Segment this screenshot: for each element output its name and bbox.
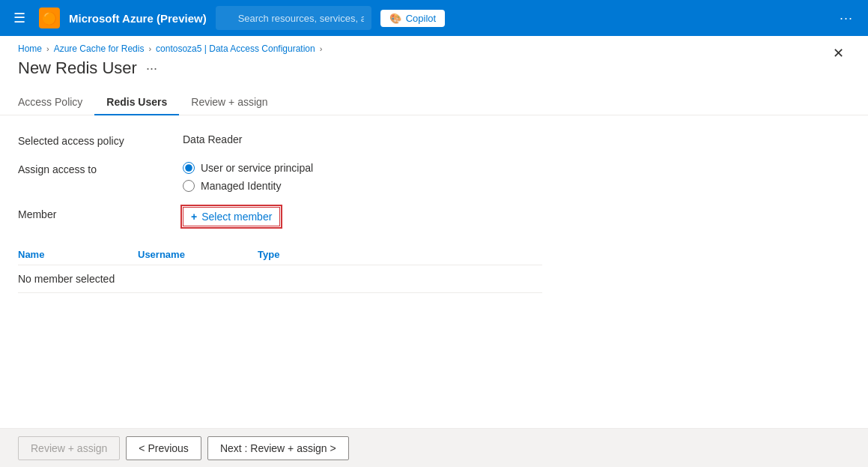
radio-user-service-label: User or service principal (201, 162, 313, 174)
radio-user-service-input[interactable] (183, 162, 195, 174)
assign-access-row: Assign access to User or service princip… (18, 162, 850, 192)
member-table-header: Name Username Type (18, 244, 542, 265)
search-wrapper: 🔍 (216, 6, 371, 30)
col-header-username: Username (138, 249, 258, 260)
col-header-name: Name (18, 249, 138, 260)
copilot-label: Copilot (406, 13, 436, 24)
assign-access-radio-group: User or service principal Managed Identi… (183, 162, 313, 192)
plus-icon: + (191, 211, 197, 223)
copilot-button[interactable]: 🎨 Copilot (380, 10, 445, 27)
breadcrumb-config[interactable]: contosoza5 | Data Access Configuration (156, 43, 315, 54)
select-member-button[interactable]: + Select member (183, 207, 280, 226)
tab-access-policy[interactable]: Access Policy (18, 90, 94, 115)
member-label: Member (18, 207, 183, 220)
form-content: Selected access policy Data Reader Assig… (0, 115, 868, 428)
radio-user-service[interactable]: User or service principal (183, 162, 313, 174)
tabs-container: Access Policy Redis Users Review + assig… (0, 90, 868, 115)
azure-app-icon: 🟠 (39, 7, 60, 28)
breadcrumb-sep-3: › (320, 44, 323, 53)
tab-review-assign[interactable]: Review + assign (179, 90, 279, 115)
breadcrumb-home[interactable]: Home (18, 43, 42, 54)
search-input[interactable] (216, 6, 371, 30)
tab-redis-users[interactable]: Redis Users (94, 90, 179, 115)
page-title: New Redis User (18, 58, 137, 78)
member-empty-row: No member selected (18, 265, 542, 293)
col-header-type: Type (258, 249, 377, 260)
main-container: Home › Azure Cache for Redis › contosoza… (0, 36, 868, 467)
close-button[interactable]: ✕ (827, 42, 850, 64)
breadcrumb-sep-1: › (46, 44, 49, 53)
radio-managed-identity-label: Managed Identity (201, 180, 281, 192)
breadcrumb-sep-2: › (148, 44, 151, 53)
breadcrumb-redis[interactable]: Azure Cache for Redis (54, 43, 145, 54)
assign-access-label: Assign access to (18, 162, 183, 175)
hamburger-icon[interactable]: ☰ (9, 5, 30, 31)
breadcrumb: Home › Azure Cache for Redis › contosoza… (0, 36, 868, 58)
review-assign-button[interactable]: Review + assign (18, 436, 120, 460)
page-title-more-icon[interactable]: ··· (146, 61, 157, 76)
app-title: Microsoft Azure (Preview) (69, 12, 207, 25)
member-row: Member + Select member (18, 207, 850, 226)
next-review-assign-button[interactable]: Next : Review + assign > (207, 436, 349, 460)
radio-managed-identity[interactable]: Managed Identity (183, 180, 313, 192)
selected-access-policy-row: Selected access policy Data Reader (18, 133, 850, 147)
selected-access-policy-label: Selected access policy (18, 133, 183, 147)
selected-access-policy-value: Data Reader (183, 133, 242, 145)
copilot-icon: 🎨 (389, 13, 401, 24)
page-header: New Redis User ··· (0, 58, 868, 90)
radio-managed-identity-input[interactable] (183, 180, 195, 192)
member-table: Name Username Type No member selected (18, 244, 542, 293)
previous-button[interactable]: < Previous (126, 436, 201, 460)
topbar-more-icon[interactable]: ··· (834, 7, 859, 29)
topbar: ☰ 🟠 Microsoft Azure (Preview) 🔍 🎨 Copilo… (0, 0, 868, 36)
select-member-label: Select member (201, 211, 272, 223)
footer: Review + assign < Previous Next : Review… (0, 428, 868, 467)
